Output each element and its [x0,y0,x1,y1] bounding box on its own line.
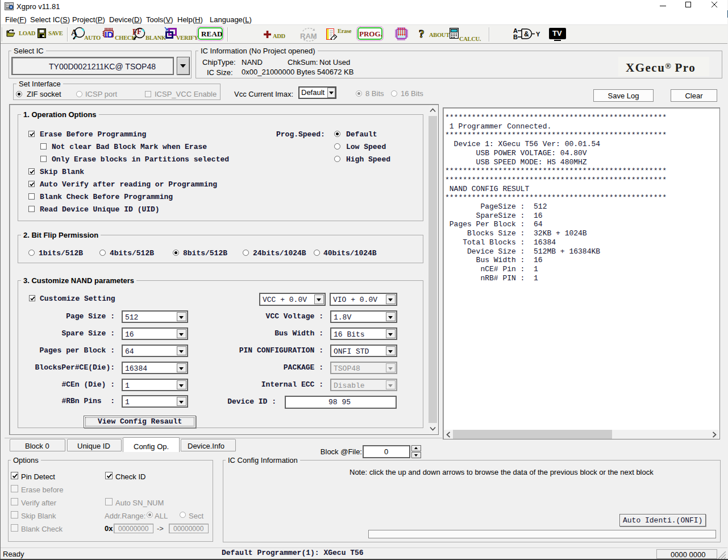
svg-text:Y: Y [536,31,540,38]
svg-text:B: B [513,34,518,40]
svg-text:&: & [524,30,529,38]
svg-text:ID: ID [105,30,113,39]
